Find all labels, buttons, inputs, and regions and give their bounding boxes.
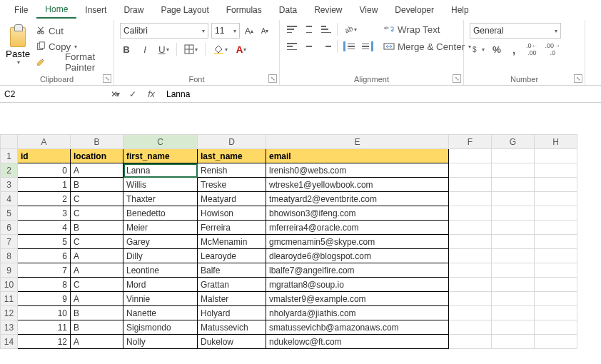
cell[interactable]: B xyxy=(71,221,123,235)
col-header-E[interactable]: E xyxy=(266,135,449,149)
row-header[interactable]: 3 xyxy=(1,178,18,192)
increase-decimal-button[interactable]: .0←.00 xyxy=(525,43,540,56)
dialog-launcher-icon[interactable]: ⤡ xyxy=(574,74,582,83)
cell[interactable] xyxy=(492,263,535,278)
cell[interactable]: 12 xyxy=(18,335,71,349)
cell[interactable] xyxy=(535,278,577,292)
decrease-indent-button[interactable] xyxy=(342,40,356,53)
col-header-F[interactable]: F xyxy=(449,135,492,149)
orientation-button[interactable]: ab▾ xyxy=(342,23,358,36)
cell[interactable]: Leontine xyxy=(123,263,198,278)
cell[interactable] xyxy=(492,178,535,192)
cut-button[interactable]: Cut xyxy=(34,24,106,37)
cell[interactable]: 4 xyxy=(18,221,71,235)
cell[interactable]: A xyxy=(71,263,123,278)
font-color-button[interactable]: A▾ xyxy=(235,43,248,56)
cell[interactable]: nholyarda@jiathis.com xyxy=(266,306,449,320)
cell[interactable]: Lanna xyxy=(123,163,198,178)
cell[interactable] xyxy=(492,292,535,306)
spreadsheet-grid[interactable]: ABCDEFGH1idlocationfirst_namelast_nameem… xyxy=(0,134,577,349)
cell[interactable]: Grattan xyxy=(198,278,266,292)
row-header[interactable]: 14 xyxy=(1,335,18,349)
cell[interactable]: mferreira4@oracle.com xyxy=(266,221,449,235)
cell[interactable] xyxy=(449,178,492,192)
cell[interactable] xyxy=(449,249,492,263)
enter-icon[interactable]: ✓ xyxy=(126,88,139,101)
tab-review[interactable]: Review xyxy=(305,2,350,18)
cell[interactable]: 8 xyxy=(18,278,71,292)
cell[interactable] xyxy=(535,263,577,278)
cell[interactable]: Meatyard xyxy=(198,192,266,206)
cell[interactable]: lbalfe7@angelfire.com xyxy=(266,263,449,278)
cell[interactable]: Meier xyxy=(123,221,198,235)
cell[interactable]: Renish xyxy=(198,163,266,178)
cell[interactable] xyxy=(449,235,492,249)
cell[interactable] xyxy=(449,206,492,221)
cell[interactable] xyxy=(449,263,492,278)
col-header-B[interactable]: B xyxy=(71,135,123,149)
cell[interactable] xyxy=(492,320,535,335)
cell[interactable]: Mord xyxy=(123,278,198,292)
align-middle-button[interactable] xyxy=(303,23,315,36)
cell[interactable] xyxy=(492,192,535,206)
cell[interactable]: C xyxy=(71,235,123,249)
comma-button[interactable]: , xyxy=(507,43,520,56)
row-header[interactable]: 6 xyxy=(1,221,18,235)
tab-help[interactable]: Help xyxy=(443,2,478,18)
cell[interactable]: B xyxy=(71,178,123,192)
cell[interactable] xyxy=(449,306,492,320)
cell[interactable]: A xyxy=(71,335,123,349)
cell[interactable]: 0 xyxy=(18,163,71,178)
cell[interactable]: Malster xyxy=(198,292,266,306)
cell[interactable]: Matussevich xyxy=(198,320,266,335)
cell[interactable] xyxy=(492,206,535,221)
tab-formulas[interactable]: Formulas xyxy=(218,2,271,18)
cell[interactable]: Holyard xyxy=(198,306,266,320)
cell[interactable]: wtreske1@yellowbook.com xyxy=(266,178,449,192)
cell[interactable] xyxy=(492,249,535,263)
cell[interactable]: email xyxy=(266,149,449,163)
format-painter-button[interactable]: Format Painter xyxy=(34,56,113,69)
cell[interactable]: Nolly xyxy=(123,335,198,349)
cell[interactable]: Ferreira xyxy=(198,221,266,235)
col-header-D[interactable]: D xyxy=(198,135,266,149)
cell[interactable]: mgrattan8@soup.io xyxy=(266,278,449,292)
cell[interactable]: Sigismondo xyxy=(123,320,198,335)
col-header-H[interactable]: H xyxy=(535,135,577,149)
cell[interactable]: 10 xyxy=(18,306,71,320)
font-name-select[interactable]: Calibri▾ xyxy=(120,23,208,39)
cell[interactable]: first_name xyxy=(123,149,198,163)
row-header[interactable]: 2 xyxy=(1,163,18,178)
cell[interactable]: 1 xyxy=(18,178,71,192)
cell[interactable] xyxy=(449,163,492,178)
cell[interactable]: Thaxter xyxy=(123,192,198,206)
cell[interactable]: A xyxy=(71,292,123,306)
cell[interactable] xyxy=(535,335,577,349)
col-header-C[interactable]: C xyxy=(123,135,198,149)
formula-input[interactable] xyxy=(162,86,601,102)
align-right-button[interactable] xyxy=(320,40,333,53)
cell[interactable]: Nanette xyxy=(123,306,198,320)
name-box-input[interactable] xyxy=(0,86,116,102)
dialog-launcher-icon[interactable]: ⤡ xyxy=(268,74,277,83)
col-header-A[interactable]: A xyxy=(18,135,71,149)
cell[interactable]: B xyxy=(71,306,123,320)
cell[interactable]: dlearoyde6@blogspot.com xyxy=(266,249,449,263)
tab-data[interactable]: Data xyxy=(271,2,305,18)
align-bottom-button[interactable] xyxy=(320,23,333,36)
cell[interactable]: A xyxy=(71,163,123,178)
cell[interactable] xyxy=(449,292,492,306)
tab-insert[interactable]: Insert xyxy=(76,2,115,18)
cell[interactable]: location xyxy=(71,149,123,163)
cell[interactable]: 3 xyxy=(18,206,71,221)
merge-center-button[interactable]: Merge & Center ▾ xyxy=(382,40,475,53)
cell[interactable] xyxy=(449,278,492,292)
cell[interactable] xyxy=(449,320,492,335)
cell[interactable]: smatussevichb@amazonaws.com xyxy=(266,320,449,335)
increase-indent-button[interactable] xyxy=(360,40,375,53)
cell[interactable]: C xyxy=(71,206,123,221)
tab-home[interactable]: Home xyxy=(36,1,76,19)
underline-button[interactable]: U▾ xyxy=(157,43,171,56)
accounting-format-button[interactable]: $▾ xyxy=(470,43,486,56)
cell[interactable] xyxy=(492,163,535,178)
